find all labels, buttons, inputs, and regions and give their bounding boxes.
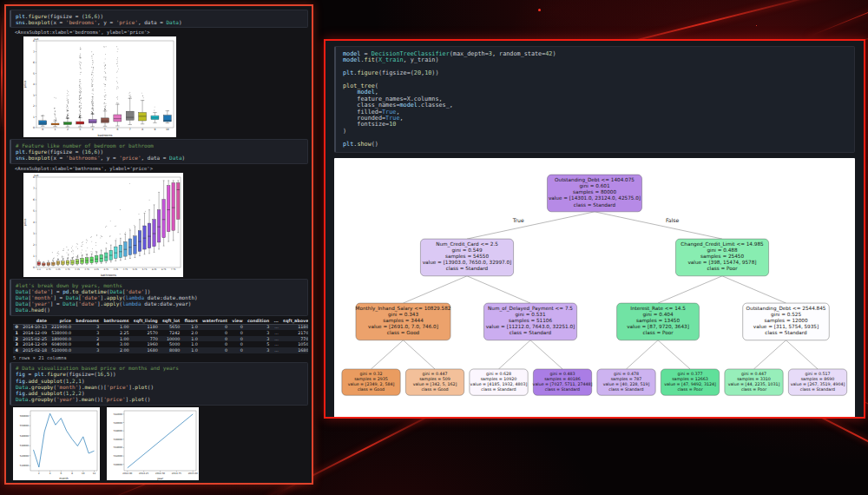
table-cell: 2015-02-25 — [21, 336, 49, 342]
svg-text:5: 5 — [33, 209, 35, 213]
tree-edge: True — [467, 212, 595, 239]
table-cell: ... — [272, 336, 281, 342]
table-cell: 7242 — [160, 330, 182, 336]
svg-text:3: 3 — [33, 94, 35, 97]
svg-text:532000: 532000 — [114, 454, 123, 458]
svg-text:530000: 530000 — [20, 444, 30, 447]
table-cell: 3 — [245, 347, 271, 353]
column-header — [13, 318, 21, 324]
red-particles — [538, 9, 541, 11]
code-line: model.fit(X_train, y_train) — [343, 57, 847, 63]
svg-text:2.75: 2.75 — [84, 268, 89, 271]
tree-edge — [754, 340, 786, 369]
svg-text:4: 4 — [33, 221, 35, 224]
svg-text:3: 3 — [33, 232, 35, 235]
table-cell: 1960 — [131, 341, 160, 347]
svg-text:0: 0 — [42, 129, 43, 132]
row-index: 1 — [13, 330, 21, 336]
table-cell: 2014-10-13 — [21, 324, 49, 330]
code-line — [343, 77, 847, 83]
figure-price-by-bathrooms: 0123456781e60.00.751.251.752.252.753.253… — [23, 173, 183, 277]
svg-text:510000: 510000 — [20, 464, 30, 467]
table-row: 42015-02-18510000.032.00168080801.0003..… — [13, 347, 308, 353]
table-cell: 0 — [200, 347, 229, 353]
tree-node: gini = 0.628samples = 10920value = [4185… — [470, 369, 528, 395]
tree-node: gini = 0.483samples = 40186value = [7027… — [533, 369, 593, 395]
notebook-window-housing-analysis[interactable]: plt.figure(figsize = (16,6))sns.boxplot(… — [4, 4, 313, 485]
code-line: fig = plt.figure(figsize=(16,5)) — [16, 371, 303, 377]
code-line: plt.figure(figsize = (16,6)) — [16, 13, 303, 19]
svg-text:4.25: 4.25 — [114, 268, 119, 271]
column-header: ... — [272, 318, 281, 324]
figure-price-by-month-and-year: 5100005200005300005400005500005600002468… — [13, 407, 308, 480]
svg-text:520000: 520000 — [20, 454, 30, 458]
table-cell: ... — [272, 330, 281, 336]
table-cell: 0 — [230, 330, 246, 336]
svg-text:1.75: 1.75 — [65, 268, 70, 271]
column-header: price — [49, 318, 74, 324]
code-cell-date-breakdown[interactable]: #let's break down by years, monthsData['… — [10, 279, 308, 316]
table-cell: 1.00 — [102, 336, 131, 342]
svg-text:7: 7 — [129, 129, 131, 132]
table-cell: 180000.0 — [49, 336, 74, 342]
svg-text:3: 3 — [79, 129, 81, 132]
red-light-streak — [1, 16, 3, 129]
boxplot-bedrooms-figure: 0123456781e6012345678910bedroomsprice — [23, 36, 176, 137]
code-line: Data['month'] = Data['date'].apply(lambd… — [16, 294, 303, 300]
code-cell-boxplot-bedrooms[interactable]: plt.figure(figsize = (16,6))sns.boxplot(… — [10, 10, 308, 28]
table-cell: 5650 — [160, 324, 182, 330]
row-index: 2 — [13, 336, 21, 342]
table-row: 32014-12-09604000.043.00196050001.0005..… — [13, 341, 308, 347]
svg-text:year: year — [157, 477, 164, 480]
table-cell: 1180 — [280, 324, 308, 330]
svg-text:6.25: 6.25 — [152, 268, 157, 271]
svg-text:bathrooms: bathrooms — [101, 274, 116, 277]
code-cell-boxplot-bathrooms[interactable]: # Feature like number of bedroom or bath… — [10, 139, 308, 164]
svg-text:6.75: 6.75 — [161, 268, 167, 271]
svg-text:2: 2 — [38, 472, 40, 475]
svg-text:5.25: 5.25 — [133, 268, 138, 271]
table-cell: 604000.0 — [49, 341, 74, 347]
table-cell: 0 — [200, 324, 229, 330]
tree-edge — [404, 276, 468, 303]
svg-text:7.75: 7.75 — [171, 268, 176, 271]
table-cell: 2015-02-18 — [21, 347, 49, 353]
code-line: #let's break down by years, months — [16, 282, 303, 288]
table-cell: 10000 — [160, 336, 182, 342]
code-line: class_names=model.classes_, — [343, 102, 847, 109]
dataframe-dimensions: 5 rows × 21 columns — [13, 355, 308, 360]
table-cell: 1680 — [280, 347, 308, 353]
table-cell: 1180 — [131, 324, 160, 330]
row-index: 3 — [13, 341, 21, 347]
svg-text:4.75: 4.75 — [123, 268, 128, 271]
table-cell: 3 — [245, 330, 271, 336]
column-header: view — [230, 318, 246, 324]
svg-text:530000: 530000 — [114, 463, 123, 466]
dataframe-head-output: datepricebedroomsbathroomssqft_livingsqf… — [10, 318, 308, 360]
tree-node: Changed_Credit_Limit <= 14.985gini = 0.4… — [675, 239, 768, 276]
code-line: sns.boxplot(x = 'bedrooms', y = 'price',… — [16, 19, 303, 25]
notebook-window-decision-tree[interactable]: model = DecisionTreeClassifier(max_depth… — [324, 39, 865, 419]
table-cell: 221900.0 — [49, 324, 74, 330]
code-cell-plot-tree[interactable]: model = DecisionTreeClassifier(max_depth… — [334, 46, 855, 153]
table-cell: ... — [272, 341, 281, 347]
code-cell-month-year-plots[interactable]: # Data visualization based price or mont… — [10, 362, 308, 406]
tree-node: Outstanding_Debt <= 2544.845gini = 0.525… — [743, 303, 830, 340]
tree-node: Interest_Rate <= 14.5gini = 0.404samples… — [617, 303, 700, 340]
code-line: # Data visualization based price or mont… — [16, 365, 303, 371]
tree-node: gini = 0.478samples = 787value = [40, 22… — [597, 369, 655, 395]
svg-text:3.25: 3.25 — [95, 268, 100, 271]
tree-edge — [499, 340, 531, 369]
svg-text:2014.25: 2014.25 — [139, 472, 148, 475]
svg-text:10: 10 — [82, 472, 85, 475]
svg-text:month: month — [59, 477, 68, 480]
tree-node: gini = 0.517samples = 8690value = [267, … — [788, 369, 846, 395]
decision-tree-figure: TrueFalseOutstanding_Debt <= 1404.075gin… — [339, 163, 850, 413]
tree-edge — [786, 340, 819, 369]
table-cell: 3 — [74, 324, 102, 330]
code-line: Data['date'] = pd.to_datetime(Data['date… — [16, 288, 303, 294]
table-cell: 1.0 — [182, 347, 201, 353]
column-header: sqft_living — [131, 318, 160, 324]
svg-text:8: 8 — [141, 129, 143, 132]
svg-text:1e6: 1e6 — [34, 174, 39, 177]
